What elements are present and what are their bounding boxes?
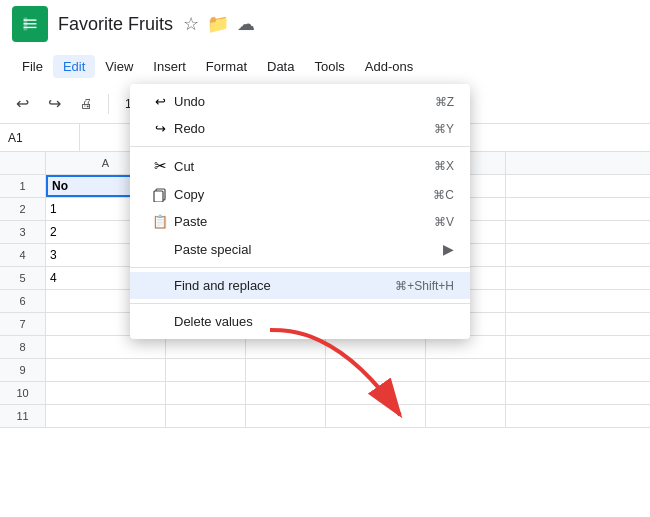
- table-row: 11: [0, 405, 650, 428]
- menu-divider-3: [130, 303, 470, 304]
- cell-d11[interactable]: [326, 405, 426, 427]
- row-header-7: 7: [0, 313, 46, 335]
- header-corner: [0, 152, 46, 174]
- submenu-arrow-icon: ▶: [443, 241, 454, 257]
- menu-paste-shortcut: ⌘V: [434, 215, 454, 229]
- row-header-2: 2: [0, 198, 46, 220]
- svg-rect-4: [24, 18, 28, 31]
- menu-copy-label: Copy: [174, 187, 417, 202]
- cell-b8[interactable]: [166, 336, 246, 358]
- edit-dropdown-menu: ↩ Undo ⌘Z ↪ Redo ⌘Y ✂ Cut ⌘X Copy ⌘C 📋 P…: [130, 84, 470, 339]
- menu-item-redo[interactable]: ↪ Redo ⌘Y: [130, 115, 470, 142]
- folder-icon[interactable]: 📁: [207, 13, 229, 35]
- cloud-icon[interactable]: ☁: [237, 13, 255, 35]
- redo-icon: ↪: [146, 121, 174, 136]
- menu-divider-2: [130, 267, 470, 268]
- cell-d8[interactable]: [326, 336, 426, 358]
- cell-b10[interactable]: [166, 382, 246, 404]
- document-title: Favorite Fruits: [58, 14, 173, 35]
- cell-b11[interactable]: [166, 405, 246, 427]
- print-button[interactable]: 🖨: [72, 90, 100, 118]
- menu-copy-shortcut: ⌘C: [433, 188, 454, 202]
- cell-e10[interactable]: [426, 382, 506, 404]
- table-row: 10: [0, 382, 650, 405]
- menu-paste-special-label: Paste special: [174, 242, 443, 257]
- menu-item-copy[interactable]: Copy ⌘C: [130, 181, 470, 208]
- title-bar: Favorite Fruits ☆ 📁 ☁: [0, 0, 650, 48]
- menu-divider-1: [130, 146, 470, 147]
- menu-addons[interactable]: Add-ons: [355, 55, 423, 78]
- cell-e9[interactable]: [426, 359, 506, 381]
- menu-paste-label: Paste: [174, 214, 418, 229]
- menu-find-replace-label: Find and replace: [174, 278, 379, 293]
- table-row: 8: [0, 336, 650, 359]
- menu-format[interactable]: Format: [196, 55, 257, 78]
- cell-b9[interactable]: [166, 359, 246, 381]
- menu-edit[interactable]: Edit: [53, 55, 95, 78]
- menu-find-replace-shortcut: ⌘+Shift+H: [395, 279, 454, 293]
- menu-redo-label: Redo: [174, 121, 418, 136]
- cell-a8[interactable]: [46, 336, 166, 358]
- cell-d9[interactable]: [326, 359, 426, 381]
- menu-view[interactable]: View: [95, 55, 143, 78]
- menu-tools[interactable]: Tools: [304, 55, 354, 78]
- redo-button[interactable]: ↪: [40, 90, 68, 118]
- cell-c8[interactable]: [246, 336, 326, 358]
- toolbar-separator-1: [108, 94, 109, 114]
- menu-item-undo[interactable]: ↩ Undo ⌘Z: [130, 88, 470, 115]
- row-header-5: 5: [0, 267, 46, 289]
- paste-icon: 📋: [146, 214, 174, 229]
- cell-reference-box[interactable]: A1: [0, 124, 80, 151]
- row-header-1: 1: [0, 175, 46, 197]
- menu-item-delete-values[interactable]: Delete values: [130, 308, 470, 335]
- menu-item-paste-special[interactable]: Paste special ▶: [130, 235, 470, 263]
- menu-redo-shortcut: ⌘Y: [434, 122, 454, 136]
- cell-e8[interactable]: [426, 336, 506, 358]
- row-header-3: 3: [0, 221, 46, 243]
- row-header-6: 6: [0, 290, 46, 312]
- table-row: 9: [0, 359, 650, 382]
- menu-undo-label: Undo: [174, 94, 419, 109]
- menu-cut-label: Cut: [174, 159, 418, 174]
- menu-cut-shortcut: ⌘X: [434, 159, 454, 173]
- copy-icon: [146, 188, 174, 202]
- menu-undo-shortcut: ⌘Z: [435, 95, 454, 109]
- svg-rect-6: [154, 191, 163, 202]
- menu-item-cut[interactable]: ✂ Cut ⌘X: [130, 151, 470, 181]
- cell-c9[interactable]: [246, 359, 326, 381]
- app-icon: [12, 6, 48, 42]
- row-header-9: 9: [0, 359, 46, 381]
- cell-a9[interactable]: [46, 359, 166, 381]
- cell-a10[interactable]: [46, 382, 166, 404]
- row-header-10: 10: [0, 382, 46, 404]
- menu-data[interactable]: Data: [257, 55, 304, 78]
- cell-d10[interactable]: [326, 382, 426, 404]
- menu-item-paste[interactable]: 📋 Paste ⌘V: [130, 208, 470, 235]
- undo-button[interactable]: ↩: [8, 90, 36, 118]
- menu-insert[interactable]: Insert: [143, 55, 196, 78]
- row-header-4: 4: [0, 244, 46, 266]
- cell-e11[interactable]: [426, 405, 506, 427]
- undo-icon: ↩: [146, 94, 174, 109]
- menu-item-find-replace[interactable]: Find and replace ⌘+Shift+H: [130, 272, 470, 299]
- menu-delete-values-label: Delete values: [174, 314, 438, 329]
- menu-file[interactable]: File: [12, 55, 53, 78]
- star-icon[interactable]: ☆: [183, 13, 199, 35]
- menu-bar: File Edit View Insert Format Data Tools …: [0, 48, 650, 84]
- cell-a11[interactable]: [46, 405, 166, 427]
- row-header-11: 11: [0, 405, 46, 427]
- title-icon-bar: ☆ 📁 ☁: [183, 13, 255, 35]
- cut-icon: ✂: [146, 157, 174, 175]
- cell-c11[interactable]: [246, 405, 326, 427]
- row-header-8: 8: [0, 336, 46, 358]
- cell-c10[interactable]: [246, 382, 326, 404]
